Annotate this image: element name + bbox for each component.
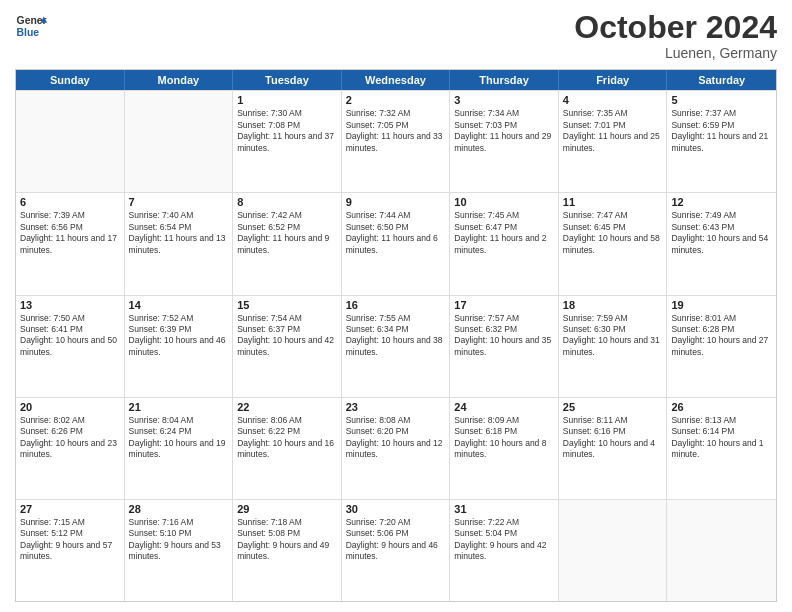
day-cell-26: 26Sunrise: 8:13 AM Sunset: 6:14 PM Dayli… [667,398,776,499]
empty-cell [125,91,234,192]
day-cell-4: 4Sunrise: 7:35 AM Sunset: 7:01 PM Daylig… [559,91,668,192]
day-info: Sunrise: 7:32 AM Sunset: 7:05 PM Dayligh… [346,108,446,154]
day-number: 2 [346,94,446,106]
header-day-friday: Friday [559,70,668,90]
day-info: Sunrise: 7:35 AM Sunset: 7:01 PM Dayligh… [563,108,663,154]
day-number: 28 [129,503,229,515]
day-cell-13: 13Sunrise: 7:50 AM Sunset: 6:41 PM Dayli… [16,296,125,397]
day-cell-3: 3Sunrise: 7:34 AM Sunset: 7:03 PM Daylig… [450,91,559,192]
day-info: Sunrise: 8:01 AM Sunset: 6:28 PM Dayligh… [671,313,772,359]
day-number: 26 [671,401,772,413]
day-number: 27 [20,503,120,515]
day-number: 17 [454,299,554,311]
day-cell-18: 18Sunrise: 7:59 AM Sunset: 6:30 PM Dayli… [559,296,668,397]
day-info: Sunrise: 7:54 AM Sunset: 6:37 PM Dayligh… [237,313,337,359]
day-info: Sunrise: 8:06 AM Sunset: 6:22 PM Dayligh… [237,415,337,461]
day-number: 31 [454,503,554,515]
day-number: 6 [20,196,120,208]
day-number: 14 [129,299,229,311]
day-info: Sunrise: 8:02 AM Sunset: 6:26 PM Dayligh… [20,415,120,461]
day-number: 23 [346,401,446,413]
logo: General Blue [15,10,47,42]
day-number: 30 [346,503,446,515]
day-number: 10 [454,196,554,208]
svg-text:Blue: Blue [17,27,40,38]
day-info: Sunrise: 7:47 AM Sunset: 6:45 PM Dayligh… [563,210,663,256]
day-number: 4 [563,94,663,106]
location: Luenen, Germany [574,45,777,61]
day-number: 8 [237,196,337,208]
day-info: Sunrise: 7:42 AM Sunset: 6:52 PM Dayligh… [237,210,337,256]
day-number: 29 [237,503,337,515]
day-cell-28: 28Sunrise: 7:16 AM Sunset: 5:10 PM Dayli… [125,500,234,601]
header-day-thursday: Thursday [450,70,559,90]
day-cell-24: 24Sunrise: 8:09 AM Sunset: 6:18 PM Dayli… [450,398,559,499]
calendar-row-0: 1Sunrise: 7:30 AM Sunset: 7:08 PM Daylig… [16,90,776,192]
calendar-header: SundayMondayTuesdayWednesdayThursdayFrid… [16,70,776,90]
generalblue-logo-icon: General Blue [15,10,47,42]
day-number: 9 [346,196,446,208]
calendar-body: 1Sunrise: 7:30 AM Sunset: 7:08 PM Daylig… [16,90,776,601]
day-number: 13 [20,299,120,311]
day-info: Sunrise: 8:09 AM Sunset: 6:18 PM Dayligh… [454,415,554,461]
header-day-wednesday: Wednesday [342,70,451,90]
day-number: 16 [346,299,446,311]
day-number: 22 [237,401,337,413]
header-day-sunday: Sunday [16,70,125,90]
day-info: Sunrise: 7:44 AM Sunset: 6:50 PM Dayligh… [346,210,446,256]
day-cell-7: 7Sunrise: 7:40 AM Sunset: 6:54 PM Daylig… [125,193,234,294]
day-info: Sunrise: 8:08 AM Sunset: 6:20 PM Dayligh… [346,415,446,461]
day-cell-8: 8Sunrise: 7:42 AM Sunset: 6:52 PM Daylig… [233,193,342,294]
day-number: 19 [671,299,772,311]
day-info: Sunrise: 7:49 AM Sunset: 6:43 PM Dayligh… [671,210,772,256]
day-info: Sunrise: 7:20 AM Sunset: 5:06 PM Dayligh… [346,517,446,563]
day-info: Sunrise: 7:39 AM Sunset: 6:56 PM Dayligh… [20,210,120,256]
day-number: 15 [237,299,337,311]
day-info: Sunrise: 7:30 AM Sunset: 7:08 PM Dayligh… [237,108,337,154]
page: General Blue October 2024 Luenen, German… [0,0,792,612]
day-info: Sunrise: 7:50 AM Sunset: 6:41 PM Dayligh… [20,313,120,359]
day-cell-16: 16Sunrise: 7:55 AM Sunset: 6:34 PM Dayli… [342,296,451,397]
day-cell-19: 19Sunrise: 8:01 AM Sunset: 6:28 PM Dayli… [667,296,776,397]
day-cell-2: 2Sunrise: 7:32 AM Sunset: 7:05 PM Daylig… [342,91,451,192]
header-day-tuesday: Tuesday [233,70,342,90]
day-info: Sunrise: 8:13 AM Sunset: 6:14 PM Dayligh… [671,415,772,461]
day-cell-6: 6Sunrise: 7:39 AM Sunset: 6:56 PM Daylig… [16,193,125,294]
day-cell-9: 9Sunrise: 7:44 AM Sunset: 6:50 PM Daylig… [342,193,451,294]
day-number: 3 [454,94,554,106]
day-info: Sunrise: 8:11 AM Sunset: 6:16 PM Dayligh… [563,415,663,461]
day-cell-10: 10Sunrise: 7:45 AM Sunset: 6:47 PM Dayli… [450,193,559,294]
month-title: October 2024 [574,10,777,45]
day-number: 18 [563,299,663,311]
day-cell-17: 17Sunrise: 7:57 AM Sunset: 6:32 PM Dayli… [450,296,559,397]
day-cell-22: 22Sunrise: 8:06 AM Sunset: 6:22 PM Dayli… [233,398,342,499]
day-cell-5: 5Sunrise: 7:37 AM Sunset: 6:59 PM Daylig… [667,91,776,192]
day-number: 24 [454,401,554,413]
empty-cell [16,91,125,192]
day-cell-11: 11Sunrise: 7:47 AM Sunset: 6:45 PM Dayli… [559,193,668,294]
calendar: SundayMondayTuesdayWednesdayThursdayFrid… [15,69,777,602]
day-number: 7 [129,196,229,208]
calendar-row-2: 13Sunrise: 7:50 AM Sunset: 6:41 PM Dayli… [16,295,776,397]
day-info: Sunrise: 7:34 AM Sunset: 7:03 PM Dayligh… [454,108,554,154]
day-number: 25 [563,401,663,413]
day-info: Sunrise: 7:18 AM Sunset: 5:08 PM Dayligh… [237,517,337,563]
day-cell-21: 21Sunrise: 8:04 AM Sunset: 6:24 PM Dayli… [125,398,234,499]
day-info: Sunrise: 7:22 AM Sunset: 5:04 PM Dayligh… [454,517,554,563]
day-number: 21 [129,401,229,413]
day-number: 1 [237,94,337,106]
day-info: Sunrise: 7:37 AM Sunset: 6:59 PM Dayligh… [671,108,772,154]
calendar-row-3: 20Sunrise: 8:02 AM Sunset: 6:26 PM Dayli… [16,397,776,499]
day-cell-25: 25Sunrise: 8:11 AM Sunset: 6:16 PM Dayli… [559,398,668,499]
day-info: Sunrise: 7:59 AM Sunset: 6:30 PM Dayligh… [563,313,663,359]
day-info: Sunrise: 7:45 AM Sunset: 6:47 PM Dayligh… [454,210,554,256]
empty-cell [667,500,776,601]
day-cell-14: 14Sunrise: 7:52 AM Sunset: 6:39 PM Dayli… [125,296,234,397]
day-info: Sunrise: 7:57 AM Sunset: 6:32 PM Dayligh… [454,313,554,359]
calendar-row-4: 27Sunrise: 7:15 AM Sunset: 5:12 PM Dayli… [16,499,776,601]
day-info: Sunrise: 8:04 AM Sunset: 6:24 PM Dayligh… [129,415,229,461]
day-number: 20 [20,401,120,413]
day-info: Sunrise: 7:15 AM Sunset: 5:12 PM Dayligh… [20,517,120,563]
header-day-monday: Monday [125,70,234,90]
calendar-row-1: 6Sunrise: 7:39 AM Sunset: 6:56 PM Daylig… [16,192,776,294]
